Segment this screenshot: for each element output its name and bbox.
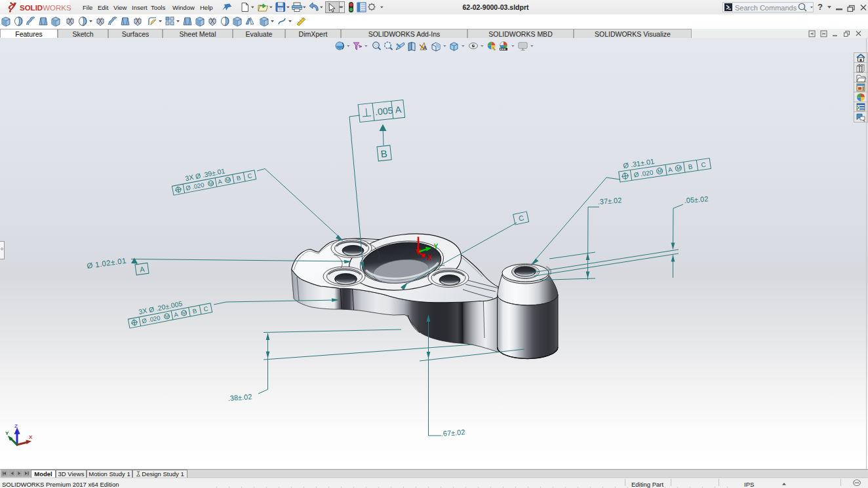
svg-text:.37±.02: .37±.02 — [597, 196, 621, 206]
svg-text:A: A — [139, 265, 146, 274]
svg-text:A: A — [395, 104, 403, 115]
svg-text:B: B — [380, 147, 388, 159]
svg-text:Z: Z — [14, 423, 18, 429]
svg-text:B: B — [688, 162, 694, 170]
svg-text:C: C — [203, 305, 208, 312]
svg-text:A: A — [217, 178, 223, 185]
svg-text:A: A — [667, 166, 673, 174]
svg-text:B: B — [236, 174, 241, 182]
svg-text:M: M — [182, 310, 187, 316]
svg-text:X: X — [427, 253, 432, 261]
svg-text:X: X — [29, 434, 33, 440]
svg-text:Ø .020: Ø .020 — [185, 181, 205, 191]
svg-text:M: M — [165, 313, 170, 320]
svg-text:Ø .020: Ø .020 — [141, 314, 161, 324]
svg-text:.05±.02: .05±.02 — [684, 195, 708, 204]
svg-text:Y: Y — [5, 430, 9, 436]
svg-text:.67±.02: .67±.02 — [441, 428, 465, 438]
svg-text:A: A — [173, 310, 179, 318]
svg-text:M: M — [208, 180, 214, 187]
svg-text:Ø .020: Ø .020 — [633, 168, 654, 178]
svg-text:C: C — [518, 214, 524, 222]
svg-text:.38±.02: .38±.02 — [227, 392, 252, 402]
svg-text:Ø .31±.01: Ø .31±.01 — [622, 157, 654, 170]
svg-text:.005: .005 — [374, 105, 393, 117]
svg-text:Y: Y — [434, 243, 439, 250]
svg-text:Ø 1.02±.01: Ø 1.02±.01 — [87, 257, 127, 270]
svg-text:B: B — [192, 307, 197, 315]
svg-text:C: C — [247, 172, 252, 179]
svg-text:M: M — [226, 177, 231, 183]
svg-text:C: C — [701, 160, 707, 168]
